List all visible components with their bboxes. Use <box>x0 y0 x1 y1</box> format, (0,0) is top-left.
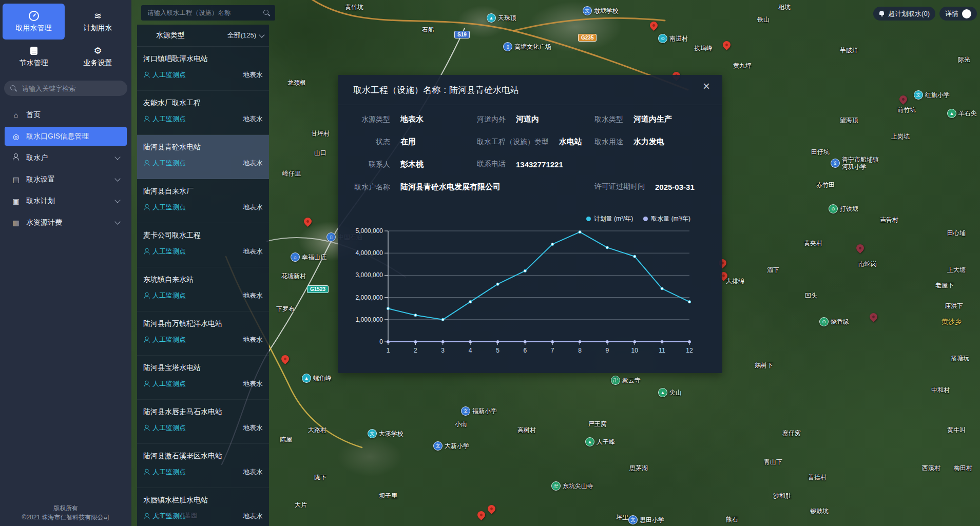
sidebar-item-database[interactable]: ▤取水设置 <box>5 170 127 189</box>
station-search[interactable] <box>141 5 275 21</box>
water-source-type: 地表水 <box>243 423 263 433</box>
field-label: 状态 <box>353 137 390 146</box>
legend-dot-icon <box>586 217 591 221</box>
billing-icon: ▦ <box>12 219 20 227</box>
over-plan-alert-label: 超计划取水(0) <box>888 9 930 18</box>
detail-toggle[interactable]: 详情 <box>939 7 977 21</box>
quick-nav-label: 计划用水 <box>84 24 112 33</box>
poi-marker-icon[interactable]: ⊙ <box>658 34 667 43</box>
detail-field: 许可证过期时间2025-03-31 <box>594 182 695 191</box>
sidebar-item-user[interactable]: 取水户 <box>5 148 127 167</box>
station-list-item[interactable]: 水唇镇水栏肚水电站人工监测点地表水 <box>137 488 269 526</box>
field-value: 水电站 <box>559 137 582 147</box>
monitor-type: 人工监测点 <box>143 335 186 344</box>
map-poi-label: 卍聚云寺 <box>611 376 641 385</box>
gear-icon: ⚙ <box>93 46 102 56</box>
map-poi-label: 龙颈根 <box>287 79 306 87</box>
sidebar-search-input[interactable] <box>21 84 121 93</box>
station-list-item[interactable]: 陆河县南万镇杞洋水电站人工监测点地表水 <box>137 311 269 356</box>
poi-marker-icon[interactable]: ▲ <box>585 437 594 446</box>
legend-label: 取水量 (m³/年) <box>651 215 690 223</box>
source-type-filter[interactable]: 全部(125) <box>227 31 264 40</box>
svg-text:12: 12 <box>686 347 693 354</box>
map-poi-label: 望海顶 <box>840 116 858 125</box>
map-poi-label: ▲天珠顶 <box>487 13 516 23</box>
detail-field: 取水工程（设施）类型水电站 <box>477 137 582 147</box>
detail-row: 水源类型地表水河道内外河道内取水类型河道内生产 <box>338 108 722 130</box>
poi-marker-icon[interactable]: ▲ <box>658 388 667 397</box>
monitor-type: 人工监测点 <box>143 467 186 477</box>
person-icon <box>144 248 150 255</box>
field-value: 13432771221 <box>516 160 563 169</box>
school-marker-icon[interactable]: 文 <box>433 441 443 451</box>
monitor-type: 人工监测点 <box>143 512 186 521</box>
legend-item[interactable]: 计划量 (m³/年) <box>586 215 633 223</box>
sidebar-item-plan[interactable]: ▣取水计划 <box>5 191 127 210</box>
toggle-knob[interactable] <box>962 9 971 18</box>
sidebar-search[interactable] <box>4 81 127 96</box>
poi-marker-icon[interactable]: ▯ <box>503 42 512 51</box>
quick-nav-waves[interactable]: ≋计划用水 <box>67 4 129 40</box>
map-poi-label: 南蛇岗 <box>858 260 877 268</box>
sidebar-item-home[interactable]: ⌂首页 <box>5 105 127 124</box>
copyright-line2: ©2021 珠海市仁智科技有限公司 <box>0 513 131 522</box>
database-icon: ▤ <box>12 176 20 184</box>
school-marker-icon[interactable]: 文 <box>461 406 470 416</box>
station-list-item[interactable]: 友能水厂取水工程人工监测点地表水 <box>137 91 269 135</box>
station-panel: 水源类型 全部(125) 河口镇唱歌潭水电站人工监测点地表水友能水厂取水工程人工… <box>137 25 269 526</box>
school-marker-icon[interactable]: 文 <box>831 159 840 168</box>
school-marker-icon[interactable]: 文 <box>583 6 592 15</box>
field-value: 彭木桃 <box>400 160 424 169</box>
station-list-item[interactable]: 陆河县宝塔水电站人工监测点地表水 <box>137 356 269 400</box>
monitor-label: 人工监测点 <box>152 467 186 477</box>
legend-item[interactable]: 取水量 (m³/年) <box>643 215 690 223</box>
station-search-input[interactable] <box>146 9 260 17</box>
station-list-item[interactable]: 陆河县青砼水电站人工监测点地表水 <box>137 135 269 179</box>
svg-text:5: 5 <box>496 347 499 354</box>
station-list-item[interactable]: 东坑镇自来水站人工监测点地表水 <box>137 267 269 311</box>
poi-marker-icon[interactable]: ⊙ <box>829 204 838 213</box>
map-poi-label: 嶂仔里 <box>282 169 301 178</box>
poi-marker-icon[interactable]: ▲ <box>302 374 311 383</box>
poi-marker-icon[interactable]: ▯ <box>326 232 336 242</box>
monitor-label: 人工监测点 <box>152 423 186 433</box>
map-poi-label: 卍东坑尖山寺 <box>551 481 593 491</box>
station-name: 河口镇唱歌潭水电站 <box>143 54 263 64</box>
station-list-item[interactable]: 陆河县水唇走马石水电站人工监测点地表水 <box>137 400 269 444</box>
station-list-item[interactable]: 陆河县自来水厂人工监测点地表水 <box>137 179 269 223</box>
poi-marker-icon[interactable]: ⊙ <box>819 317 829 326</box>
quick-nav-document[interactable]: 节水管理 <box>3 42 65 71</box>
station-list-item[interactable]: 陆河县激石溪老区水电站人工监测点地表水 <box>137 444 269 488</box>
map-poi-label: 陈屋 <box>280 435 292 444</box>
quick-nav-gauge[interactable]: 取用水管理 <box>3 4 65 40</box>
monitor-label: 人工监测点 <box>152 114 186 124</box>
map-poi-label: 青山下 <box>764 458 782 466</box>
map-poi-label: 沙和肚 <box>773 492 792 500</box>
quick-nav-gear[interactable]: ⚙业务设置 <box>67 42 129 71</box>
water-source-type: 地表水 <box>243 512 263 521</box>
sidebar-item-label: 取水计划 <box>26 197 55 206</box>
school-marker-icon[interactable]: 文 <box>914 90 923 100</box>
poi-marker-icon[interactable]: ▲ <box>487 13 496 23</box>
map-poi-label: 文墩塘学校 <box>583 6 619 15</box>
sidebar-item-billing[interactable]: ▦水资源计费 <box>5 213 127 232</box>
school-marker-icon[interactable]: 文 <box>368 429 377 438</box>
legend-label: 计划量 (m³/年) <box>594 215 633 223</box>
map-poi-label: 大片 <box>295 501 307 510</box>
station-filter-bar: 水源类型 全部(125) <box>137 25 269 47</box>
map-poi-label: 上大塘 <box>947 266 966 275</box>
poi-marker-icon[interactable]: ⌂ <box>291 252 300 262</box>
station-list-item[interactable]: 河口镇唱歌潭水电站人工监测点地表水 <box>137 47 269 91</box>
quick-nav-label: 节水管理 <box>20 59 48 68</box>
station-list-item[interactable]: 麦卡公司取水工程人工监测点地表水 <box>137 223 269 267</box>
detail-field: 联系人彭木桃 <box>353 160 424 169</box>
school-marker-icon[interactable]: 文 <box>628 515 638 524</box>
sidebar-item-location-pin[interactable]: ◎取水口GIS信息管理 <box>5 127 127 146</box>
poi-marker-icon[interactable]: 卍 <box>551 481 561 491</box>
poi-marker-icon[interactable]: ▲ <box>947 109 956 118</box>
poi-marker-icon[interactable]: 卍 <box>611 376 620 385</box>
over-plan-alert-button[interactable]: 超计划取水(0) <box>873 7 935 21</box>
map-poi-label: 小南 <box>455 420 467 428</box>
road-badge: G1523 <box>307 285 329 293</box>
close-icon[interactable]: × <box>703 80 710 92</box>
